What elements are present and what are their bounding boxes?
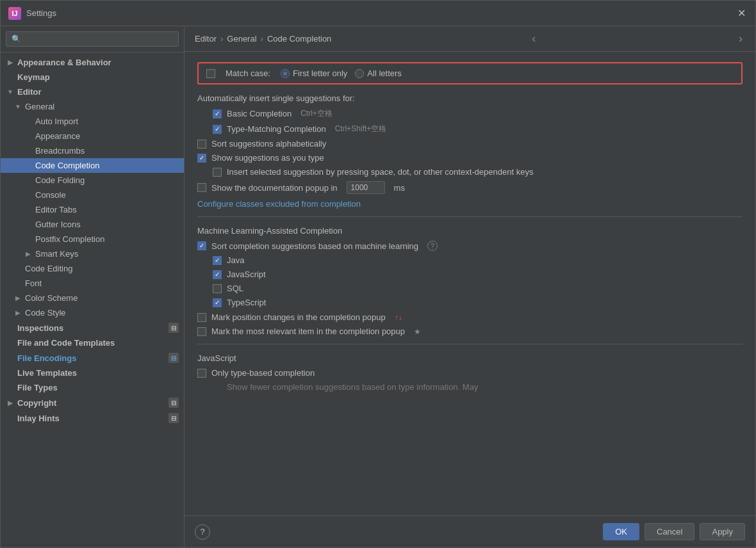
basic-completion-shortcut: Ctrl+空格 bbox=[300, 108, 333, 119]
java-row: Java bbox=[197, 255, 743, 265]
sidebar-label: Code Completion bbox=[35, 161, 99, 170]
back-button[interactable]: ‹ bbox=[529, 32, 538, 45]
sidebar: ▶ Appearance & Behavior Keymap ▼ Editor … bbox=[1, 26, 185, 547]
expand-arrow-icon: ▶ bbox=[6, 398, 15, 407]
sidebar-label: Copyright bbox=[17, 398, 56, 408]
spacer-icon bbox=[6, 414, 15, 423]
insert-selected-label: Insert selected suggestion by pressing s… bbox=[227, 167, 533, 177]
mark-position-row: Mark position changes in the completion … bbox=[197, 312, 743, 322]
sidebar-label: File Types bbox=[17, 383, 58, 392]
forward-button[interactable]: › bbox=[736, 32, 745, 45]
all-letters-radio[interactable]: All letters bbox=[355, 68, 401, 78]
sql-checkbox[interactable] bbox=[213, 284, 222, 293]
sidebar-item-gutter-icons[interactable]: Gutter Icons bbox=[1, 217, 184, 232]
help-icon[interactable]: ? bbox=[427, 241, 438, 251]
first-letter-label: First letter only bbox=[293, 68, 347, 78]
spacer-icon bbox=[24, 176, 33, 185]
spacer-icon bbox=[24, 161, 33, 170]
sidebar-item-keymap[interactable]: Keymap bbox=[1, 70, 184, 85]
help-button[interactable]: ? bbox=[195, 524, 210, 540]
show-docs-value[interactable] bbox=[347, 181, 385, 194]
sidebar-item-postfix-completion[interactable]: Postfix Completion bbox=[1, 232, 184, 246]
breadcrumb-general: General bbox=[227, 34, 256, 44]
sidebar-item-live-templates[interactable]: Live Templates bbox=[1, 366, 184, 380]
sidebar-item-code-completion[interactable]: Code Completion bbox=[1, 158, 184, 173]
badge-icon: ⊟ bbox=[168, 413, 179, 423]
sidebar-item-inlay-hints[interactable]: Inlay Hints ⊟ bbox=[1, 410, 184, 426]
nav-tree: ▶ Appearance & Behavior Keymap ▼ Editor … bbox=[1, 52, 184, 547]
configure-link[interactable]: Configure classes excluded from completi… bbox=[197, 199, 743, 209]
sidebar-item-auto-import[interactable]: Auto Import bbox=[1, 114, 184, 129]
basic-completion-checkbox[interactable] bbox=[213, 109, 222, 118]
sidebar-label: Gutter Icons bbox=[35, 220, 81, 229]
search-input[interactable] bbox=[6, 31, 179, 47]
sidebar-item-font[interactable]: Font bbox=[1, 276, 184, 291]
mark-relevant-label: Mark the most relevant item in the compl… bbox=[211, 326, 405, 336]
collapse-arrow-icon: ▼ bbox=[13, 102, 22, 111]
expand-arrow-icon: ▶ bbox=[24, 250, 33, 259]
sidebar-item-file-code-templates[interactable]: File and Code Templates bbox=[1, 335, 184, 350]
type-matching-checkbox[interactable] bbox=[213, 125, 222, 134]
show-docs-row: Show the documentation popup in ms bbox=[197, 181, 743, 194]
badge-icon: ⊟ bbox=[168, 398, 179, 408]
first-letter-radio[interactable]: First letter only bbox=[281, 68, 347, 78]
insert-selected-row: Insert selected suggestion by pressing s… bbox=[197, 167, 743, 177]
javascript-row: JavaScript bbox=[197, 270, 743, 279]
insert-selected-checkbox[interactable] bbox=[213, 168, 222, 177]
app-icon: IJ bbox=[8, 7, 21, 20]
sidebar-item-inspections[interactable]: Inspections ⊟ bbox=[1, 320, 184, 335]
divider-1 bbox=[197, 216, 743, 217]
basic-completion-row: Basic Completion Ctrl+空格 bbox=[197, 108, 743, 119]
sidebar-item-copyright[interactable]: ▶ Copyright ⊟ bbox=[1, 395, 184, 410]
sidebar-item-editor[interactable]: ▼ Editor bbox=[1, 85, 184, 99]
cancel-button[interactable]: Cancel bbox=[645, 523, 694, 540]
spacer-icon bbox=[6, 369, 15, 378]
java-checkbox[interactable] bbox=[213, 256, 222, 265]
sidebar-label: Editor bbox=[17, 87, 42, 97]
sidebar-label: Code Editing bbox=[25, 264, 72, 273]
only-type-based-checkbox[interactable] bbox=[197, 369, 206, 378]
sidebar-item-appearance[interactable]: Appearance bbox=[1, 129, 184, 143]
close-button[interactable]: ✕ bbox=[735, 7, 748, 20]
only-type-based-row: Only type-based completion bbox=[197, 368, 743, 378]
sidebar-item-editor-tabs[interactable]: Editor Tabs bbox=[1, 202, 184, 217]
match-case-checkbox[interactable] bbox=[206, 69, 215, 78]
spacer-icon bbox=[24, 117, 33, 126]
sort-ml-checkbox[interactable] bbox=[197, 241, 206, 250]
spacer-icon bbox=[24, 132, 33, 141]
show-suggestions-checkbox[interactable] bbox=[197, 154, 206, 163]
mark-position-checkbox[interactable] bbox=[197, 313, 206, 322]
sidebar-item-general[interactable]: ▼ General bbox=[1, 99, 184, 114]
sidebar-item-color-scheme[interactable]: ▶ Color Scheme bbox=[1, 291, 184, 305]
sort-alpha-checkbox[interactable] bbox=[197, 140, 206, 149]
typescript-label: TypeScript bbox=[227, 298, 266, 307]
sidebar-item-code-editing[interactable]: Code Editing bbox=[1, 261, 184, 276]
spacer-icon bbox=[6, 323, 15, 332]
sidebar-item-smart-keys[interactable]: ▶ Smart Keys bbox=[1, 246, 184, 261]
mark-relevant-row: Mark the most relevant item in the compl… bbox=[197, 326, 743, 336]
apply-button[interactable]: Apply bbox=[700, 523, 745, 540]
spacer-icon bbox=[13, 279, 22, 288]
typescript-checkbox[interactable] bbox=[213, 298, 222, 307]
mark-relevant-checkbox[interactable] bbox=[197, 327, 206, 336]
spacer-icon bbox=[13, 264, 22, 273]
sidebar-item-file-types[interactable]: File Types bbox=[1, 380, 184, 395]
search-container bbox=[1, 26, 184, 52]
show-docs-unit: ms bbox=[394, 183, 405, 193]
javascript-checkbox[interactable] bbox=[213, 270, 222, 279]
sidebar-item-appearance-behavior[interactable]: ▶ Appearance & Behavior bbox=[1, 55, 184, 70]
sidebar-item-breadcrumbs[interactable]: Breadcrumbs bbox=[1, 143, 184, 158]
badge-icon: ⊟ bbox=[168, 353, 179, 363]
sidebar-item-file-encodings[interactable]: File Encodings ⊟ bbox=[1, 350, 184, 366]
show-docs-checkbox[interactable] bbox=[197, 183, 206, 192]
sidebar-label: Code Folding bbox=[35, 175, 85, 185]
mark-position-label: Mark position changes in the completion … bbox=[211, 312, 386, 322]
sidebar-item-code-folding[interactable]: Code Folding bbox=[1, 173, 184, 188]
match-case-section: Match case: First letter only All letter… bbox=[197, 62, 743, 85]
expand-arrow-icon bbox=[6, 73, 15, 82]
sidebar-item-console[interactable]: Console bbox=[1, 188, 184, 202]
sidebar-item-code-style[interactable]: ▶ Code Style bbox=[1, 305, 184, 320]
auto-insert-label: Automatically insert single suggestions … bbox=[197, 93, 743, 103]
spacer-icon bbox=[24, 235, 33, 244]
ok-button[interactable]: OK bbox=[603, 523, 639, 540]
